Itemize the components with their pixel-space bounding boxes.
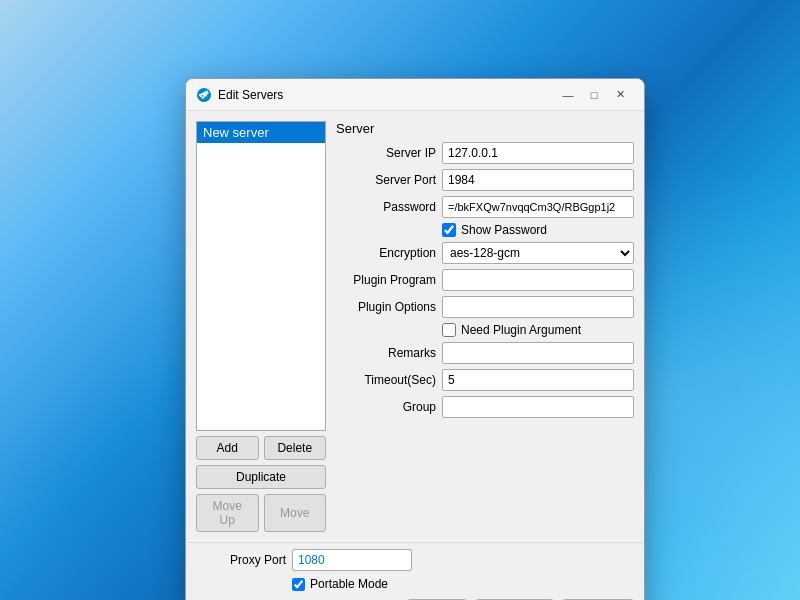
- server-ip-label: Server IP: [336, 146, 436, 160]
- close-button[interactable]: ✕: [608, 85, 632, 105]
- server-list[interactable]: New server: [196, 121, 326, 431]
- group-label: Group: [336, 400, 436, 414]
- server-section-label: Server: [336, 121, 634, 136]
- window-controls: — □ ✕: [556, 85, 632, 105]
- maximize-button[interactable]: □: [582, 85, 606, 105]
- portable-mode-checkbox[interactable]: [292, 578, 305, 591]
- add-button[interactable]: Add: [196, 436, 259, 460]
- need-plugin-argument-label[interactable]: Need Plugin Argument: [461, 323, 581, 337]
- plugin-options-input[interactable]: [442, 296, 634, 318]
- duplicate-button[interactable]: Duplicate: [196, 465, 326, 489]
- proxy-port-input[interactable]: [292, 549, 412, 571]
- move-buttons: Move Up Move: [196, 494, 326, 532]
- timeout-label: Timeout(Sec): [336, 373, 436, 387]
- title-bar: Edit Servers — □ ✕: [186, 79, 644, 111]
- plugin-program-input[interactable]: [442, 269, 634, 291]
- password-group: Password: [336, 196, 634, 218]
- move-button[interactable]: Move: [264, 494, 327, 532]
- group-input[interactable]: [442, 396, 634, 418]
- server-port-group: Server Port: [336, 169, 634, 191]
- dialog-body: New server Add Delete Duplicate Move Up …: [186, 111, 644, 542]
- password-label: Password: [336, 200, 436, 214]
- encryption-group: Encryption aes-128-gcm aes-256-gcm chach…: [336, 242, 634, 264]
- plugin-options-group: Plugin Options: [336, 296, 634, 318]
- plugin-program-group: Plugin Program: [336, 269, 634, 291]
- portable-mode-label[interactable]: Portable Mode: [310, 577, 388, 591]
- portable-mode-row: Portable Mode: [292, 577, 634, 591]
- remarks-group: Remarks: [336, 342, 634, 364]
- need-plugin-arg-row: Need Plugin Argument: [442, 323, 634, 337]
- show-password-checkbox[interactable]: [442, 223, 456, 237]
- password-input[interactable]: [442, 196, 634, 218]
- proxy-port-row: Proxy Port: [196, 549, 634, 571]
- group-group: Group: [336, 396, 634, 418]
- edit-servers-dialog: Edit Servers — □ ✕ New server Add Delete…: [185, 78, 645, 600]
- server-list-panel: New server Add Delete Duplicate Move Up …: [196, 121, 326, 532]
- server-port-input[interactable]: [442, 169, 634, 191]
- timeout-input[interactable]: [442, 369, 634, 391]
- encryption-select[interactable]: aes-128-gcm aes-256-gcm chacha20-ietf-po…: [442, 242, 634, 264]
- server-ip-input[interactable]: [442, 142, 634, 164]
- bottom-area: Proxy Port Portable Mode OK Cancel Apply: [186, 542, 644, 600]
- plugin-options-label: Plugin Options: [336, 300, 436, 314]
- list-action-buttons: Add Delete: [196, 436, 326, 460]
- remarks-label: Remarks: [336, 346, 436, 360]
- plugin-program-label: Plugin Program: [336, 273, 436, 287]
- app-icon: [196, 87, 212, 103]
- timeout-group: Timeout(Sec): [336, 369, 634, 391]
- show-password-row: Show Password: [442, 223, 634, 237]
- server-list-item[interactable]: New server: [197, 122, 325, 143]
- show-password-label[interactable]: Show Password: [461, 223, 547, 237]
- server-port-label: Server Port: [336, 173, 436, 187]
- dialog-title: Edit Servers: [218, 88, 556, 102]
- need-plugin-argument-checkbox[interactable]: [442, 323, 456, 337]
- server-config-panel: Server Server IP Server Port Password Sh…: [336, 121, 634, 532]
- move-up-button[interactable]: Move Up: [196, 494, 259, 532]
- encryption-label: Encryption: [336, 246, 436, 260]
- remarks-input[interactable]: [442, 342, 634, 364]
- minimize-button[interactable]: —: [556, 85, 580, 105]
- proxy-port-label: Proxy Port: [196, 553, 286, 567]
- delete-button[interactable]: Delete: [264, 436, 327, 460]
- server-ip-group: Server IP: [336, 142, 634, 164]
